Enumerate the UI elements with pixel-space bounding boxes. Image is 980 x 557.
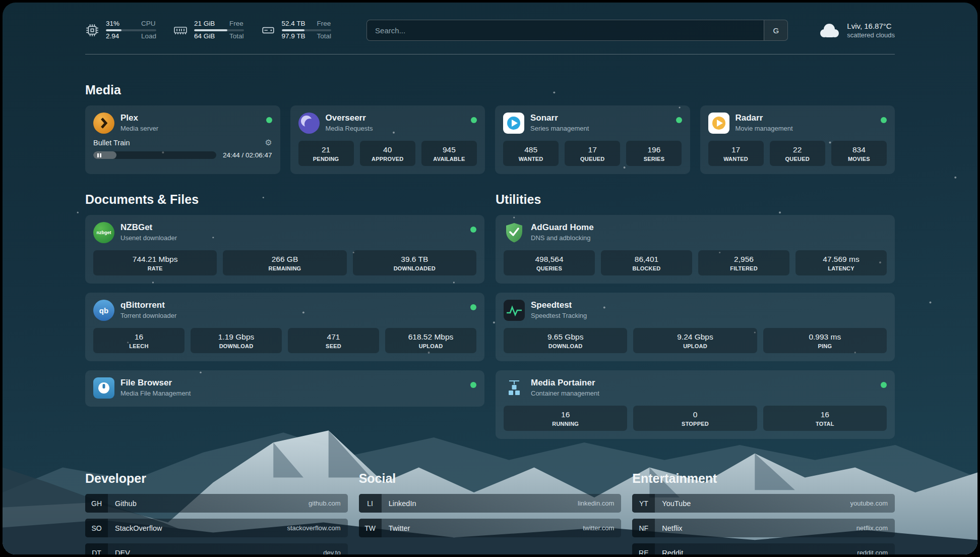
bookmark-abbr: YT [632,494,655,513]
section-heading-documents: Documents & Files [85,192,484,207]
stat-value: 744.21 Mbps [95,255,215,264]
portainer-link[interactable]: Media Portainer Container management [504,377,887,399]
overseerr-link[interactable]: Overseerr Media Requests [298,113,477,134]
status-dot [471,117,477,123]
section-heading-social: Social [359,471,622,486]
bookmark-netflix[interactable]: NF Netflix netflix.com [632,519,895,537]
bookmark-linkedin[interactable]: LI LinkedIn linkedin.com [359,494,622,513]
cpu-load: 2.94 [106,33,133,40]
bookmark-name: Github [115,499,137,508]
overseerr-icon [298,113,320,134]
stat-value: 47.569 ms [798,255,885,264]
status-dot [881,117,887,123]
radarr-card: Radarr Movie management 17 WANTED 22 QUE… [700,105,895,174]
bookmark-dev[interactable]: DT DEV dev.to [85,543,348,554]
service-desc: Torrent downloader [120,312,176,319]
stat-label: STOPPED [635,421,755,427]
service-desc: Media File Management [120,389,191,397]
overseerr-stats: 21 PENDING 40 APPROVED 945 AVAILABLE [298,141,477,166]
disk-free-label: Free [317,20,332,28]
bookmark-url: linkedin.com [578,499,614,507]
radarr-stats: 17 WANTED 22 QUEUED 834 MOVIES [708,141,887,166]
speedtest-link[interactable]: Speedtest Speedtest Tracking [504,300,887,321]
memory-free-label: Free [229,20,244,28]
qbittorrent-link[interactable]: qb qBittorrent Torrent downloader [93,300,476,321]
section-documents: Documents & Files nzbget NZBGet Usenet d… [85,192,484,439]
filebrowser-link[interactable]: File Browser Media File Management [93,377,476,399]
stat-running: 16 RUNNING [504,406,627,431]
service-name: Media Portainer [531,377,599,388]
pause-icon[interactable] [97,153,101,157]
stat-leech: 16 LEECH [93,328,185,353]
bookmark-stackoverflow[interactable]: SO StackOverflow stackoverflow.com [85,519,348,537]
radarr-link[interactable]: Radarr Movie management [708,113,887,134]
cpu-icon [85,23,99,37]
stat-label: QUEUED [567,156,618,162]
bookmark-name: Netflix [662,524,682,532]
bookmark-youtube[interactable]: YT YouTube youtube.com [632,494,895,513]
overseerr-card: Overseerr Media Requests 21 PENDING 40 A… [290,105,485,174]
disk-readout: 52.4 TB Free 97.9 TB Total [282,20,332,40]
nzbget-text: NZBGet Usenet downloader [120,222,177,242]
dashboard-window: 31% CPU 2.94 Load 21 GiB Free 64 GiB [3,3,977,554]
bookmark-abbr: RE [632,543,655,554]
cpu-percent: 31% [106,20,133,28]
status-dot [881,382,887,388]
nzbget-link[interactable]: nzbget NZBGet Usenet downloader [93,222,476,243]
stat-label: MOVIES [833,156,885,162]
stat-approved: 40 APPROVED [360,141,415,166]
stat-value: 945 [423,145,475,154]
disk-total: 97.9 TB [282,33,309,40]
plex-icon [93,113,114,134]
stat-value: 16 [765,410,885,419]
adguard-link[interactable]: AdGuard Home DNS and adblocking [504,222,887,243]
status-dot [470,382,476,388]
bookmarks-social: Social LI LinkedIn linkedin.com TW Twitt… [359,471,622,554]
stat-download: 9.65 Gbps DOWNLOAD [504,328,627,353]
search-bar: G [366,20,788,41]
stat-label: UPLOAD [635,343,755,349]
sonarr-text: Sonarr Series management [530,113,589,132]
service-desc: Movie management [736,125,793,132]
stat-label: DOWNLOAD [506,343,625,349]
cloud-icon [818,22,840,39]
plex-now-playing: Bullet Train ⚙ 24:44 / 02:06:47 [93,139,272,159]
sonarr-link[interactable]: Sonarr Series management [503,113,682,134]
stat-value: 16 [506,410,625,419]
bookmark-url: dev.to [323,549,340,554]
stat-label: TOTAL [765,421,885,427]
stat-label: DOWNLOADED [355,265,474,271]
service-name: Plex [120,113,158,124]
filebrowser-card: File Browser Media File Management [85,370,484,407]
bookmark-github[interactable]: GH Github github.com [85,494,348,513]
qbittorrent-icon: qb [93,300,114,321]
stat-label: WANTED [710,156,762,162]
adguard-card: AdGuard Home DNS and adblocking 498,564 … [496,215,895,284]
playback-progress[interactable] [93,151,216,159]
stat-value: 9.65 Gbps [506,332,625,342]
cpu-widget: 31% CPU 2.94 Load [85,20,156,40]
bookmark-abbr: SO [85,519,108,537]
bookmarks-entertainment: Entertainment YT YouTube youtube.com NF … [632,471,895,554]
portainer-stats: 16 RUNNING 0 STOPPED 16 TOTAL [504,406,887,431]
memory-widget: 21 GiB Free 64 GiB Total [173,20,244,40]
nzbget-icon: nzbget [93,222,114,243]
service-desc: Media Requests [326,125,373,132]
gear-icon[interactable]: ⚙ [265,139,272,147]
search-input[interactable] [367,20,764,40]
disk-total-label: Total [317,33,332,40]
stat-value: 618.52 Mbps [387,332,474,342]
stat-pending: 21 PENDING [298,141,354,166]
memory-readout: 21 GiB Free 64 GiB Total [194,20,244,40]
bookmark-name: LinkedIn [389,499,416,508]
topbar-divider [85,54,895,54]
search-provider-button[interactable]: G [764,20,787,40]
stat-movies: 834 MOVIES [831,141,887,166]
bookmark-twitter[interactable]: TW Twitter twitter.com [359,519,622,537]
section-heading-utilities: Utilities [496,192,895,207]
stat-value: 22 [772,145,823,154]
plex-link[interactable]: Plex Media server [93,113,272,134]
stat-label: SERIES [628,156,680,162]
bookmark-reddit[interactable]: RE Reddit reddit.com [632,543,895,554]
stat-label: AVAILABLE [423,156,475,162]
